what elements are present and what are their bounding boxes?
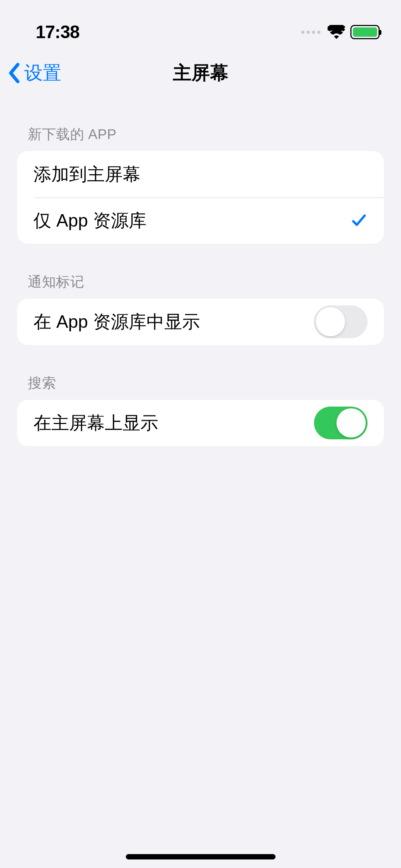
row-show-in-library: 在 App 资源库中显示 [17,299,384,345]
status-time: 17:38 [36,22,79,42]
back-button[interactable]: 设置 [7,61,61,86]
status-indicators [301,25,380,39]
option-app-library-only[interactable]: 仅 App 资源库 [17,197,384,244]
option-label: 添加到主屏幕 [34,162,140,186]
checkmark-icon [350,212,367,229]
group-search: 在主屏幕上显示 [17,400,384,446]
wifi-icon [328,25,345,39]
chevron-left-icon [7,62,21,84]
signal-dots-icon [301,31,320,34]
row-show-on-home: 在主屏幕上显示 [17,400,384,446]
section-header-search: 搜索 [17,345,384,400]
option-label: 仅 App 资源库 [34,209,146,233]
group-badges: 在 App 资源库中显示 [17,299,384,345]
status-bar: 17:38 [0,0,401,50]
row-label: 在主屏幕上显示 [34,411,158,435]
option-add-to-home[interactable]: 添加到主屏幕 [17,151,384,197]
section-header-badges: 通知标记 [17,244,384,299]
row-label: 在 App 资源库中显示 [34,310,200,334]
toggle-show-in-library[interactable] [314,305,367,338]
nav-header: 设置 主屏幕 [0,50,401,96]
section-header-new-apps: 新下载的 APP [17,96,384,151]
group-new-apps: 添加到主屏幕 仅 App 资源库 [17,151,384,244]
battery-icon [350,25,380,39]
home-indicator[interactable] [126,854,276,859]
toggle-show-on-home[interactable] [314,407,367,439]
back-label: 设置 [24,61,61,86]
